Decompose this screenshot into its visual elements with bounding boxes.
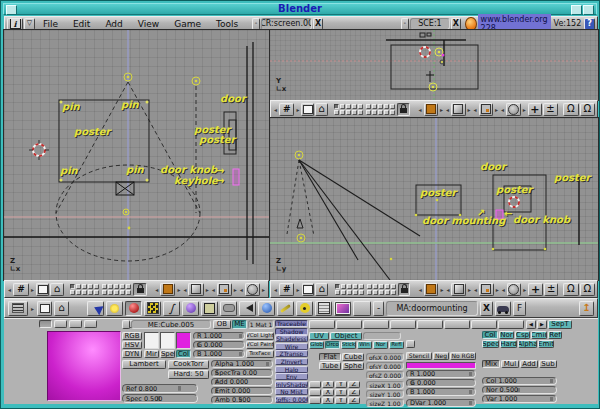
rotate-view-button[interactable]: Ω xyxy=(563,283,578,296)
spec-slider[interactable]: Spec 0.500 xyxy=(122,394,198,403)
axis-blank[interactable] xyxy=(309,397,321,404)
scene-wireframe-side[interactable] xyxy=(270,118,598,280)
material-browse-button[interactable]: - xyxy=(373,301,384,316)
texface-toggle[interactable]: TexFace xyxy=(246,350,274,358)
maximize-button[interactable] xyxy=(571,5,582,15)
menu-file[interactable]: File xyxy=(36,19,65,29)
r-slider[interactable]: R 1.000 xyxy=(193,332,245,340)
manipulator-menu[interactable] xyxy=(507,283,522,296)
layer-buttons[interactable] xyxy=(334,104,363,115)
paint-buttons-tab[interactable] xyxy=(277,301,294,316)
window-type-button[interactable]: i xyxy=(7,18,23,30)
texture-small-toggle[interactable] xyxy=(406,340,415,348)
material-name-field[interactable]: MA:doormounting xyxy=(386,301,478,316)
spectra-slider[interactable]: SpecTra 0.00 xyxy=(211,369,273,377)
uv-toggle[interactable]: UV xyxy=(309,332,329,340)
material-delete-button[interactable]: X xyxy=(480,301,493,316)
object-name-field[interactable] xyxy=(363,332,401,340)
mapto-cmir-toggle[interactable]: Cmir xyxy=(531,331,547,339)
shadow-toggle[interactable]: Shadow xyxy=(275,328,308,335)
scene-buttons-tab[interactable] xyxy=(258,301,275,316)
manipulator-menu[interactable] xyxy=(506,103,521,116)
mapto-spec-toggle[interactable]: Spec xyxy=(482,340,499,348)
help-button[interactable]: ? xyxy=(584,18,595,30)
ofsy-field[interactable]: ofsY 0.000 xyxy=(366,362,404,370)
mapto-alpha-toggle[interactable]: Alpha xyxy=(518,340,537,348)
mapto-norfac-slider[interactable]: Nor 0.500 xyxy=(482,386,557,394)
draw-type-menu[interactable] xyxy=(451,103,466,116)
onlyshadow-toggle[interactable]: OnlyShadow xyxy=(275,381,308,388)
layer-buttons[interactable] xyxy=(366,104,395,115)
axis-blank[interactable] xyxy=(309,389,321,396)
sizex-field[interactable]: sizeX 1.00 xyxy=(366,381,404,389)
lamp-buttons-tab[interactable] xyxy=(106,301,123,316)
view-menu-button[interactable]: # xyxy=(279,283,294,296)
wire-toggle[interactable]: Wire xyxy=(275,343,308,350)
flat-proj-button[interactable]: Flat xyxy=(319,353,341,361)
cube-proj-button[interactable]: Cube xyxy=(342,353,364,361)
texture-slot[interactable] xyxy=(471,320,497,329)
world-buttons-tab[interactable] xyxy=(182,301,199,316)
amb-slider[interactable]: Amb 0.500 xyxy=(211,396,273,404)
g-slider[interactable]: G 0.000 xyxy=(193,341,245,349)
axis-z-toggle[interactable]: Z xyxy=(348,397,360,404)
sizey-field[interactable]: sizeY 1.00 xyxy=(366,390,404,398)
texture-slot[interactable] xyxy=(417,320,443,329)
screen-delete-button[interactable]: X xyxy=(313,18,323,30)
pivot-menu[interactable] xyxy=(217,283,232,296)
halo-toggle[interactable]: Halo xyxy=(275,366,308,373)
fullscreen-button[interactable] xyxy=(301,103,314,116)
fullscreen-button[interactable] xyxy=(36,283,49,296)
sound-buttons-tab[interactable] xyxy=(239,301,256,316)
axis-z-toggle[interactable]: Z xyxy=(348,389,360,396)
mapto-g-slider[interactable]: G 0.000 xyxy=(406,379,476,387)
preview-flat-button[interactable] xyxy=(39,320,52,328)
nor-toggle[interactable]: Nor xyxy=(373,341,388,349)
mapto-csp-toggle[interactable]: Csp xyxy=(515,331,530,339)
menu-game[interactable]: Game xyxy=(167,19,208,29)
view-menu-button[interactable]: # xyxy=(279,103,294,116)
blend-mix-button[interactable]: Mix xyxy=(482,360,500,368)
vcol-light-toggle[interactable]: VCol Light xyxy=(246,332,274,340)
hsv-mode-button[interactable]: HSV xyxy=(122,341,142,349)
fullscreen-button[interactable] xyxy=(37,301,52,316)
layer-lock-button[interactable] xyxy=(398,283,411,296)
home-button[interactable]: ⌂ xyxy=(315,103,328,116)
zoom-view-button[interactable]: ± xyxy=(544,283,559,296)
mesh-name-field[interactable]: ME:Cube.005 xyxy=(131,320,211,329)
scene-wireframe-front[interactable] xyxy=(4,30,269,280)
screen-name-field[interactable]: SCR:screen.001 xyxy=(261,18,312,30)
texture-slot[interactable] xyxy=(444,320,470,329)
mapto-hard-toggle[interactable]: Hard xyxy=(500,340,517,348)
viewport-top[interactable]: Y∟x xyxy=(270,30,598,100)
edit-buttons-tab[interactable] xyxy=(201,301,218,316)
mirror-swatch[interactable] xyxy=(176,332,191,349)
view-menu-button[interactable]: # xyxy=(13,283,29,296)
axis-x-toggle[interactable]: X xyxy=(322,381,334,388)
translate-view-button[interactable]: + xyxy=(528,283,543,296)
layer-buttons[interactable] xyxy=(102,284,131,295)
traceable-toggle[interactable]: Traceable xyxy=(275,320,308,327)
axis-y-toggle[interactable]: Y xyxy=(335,381,347,388)
pivot-menu[interactable] xyxy=(479,283,494,296)
hardness-field[interactable]: Hard: 50 xyxy=(168,370,209,379)
blend-mul-button[interactable]: Mul xyxy=(501,360,519,368)
axis-z-toggle[interactable]: Z xyxy=(348,381,360,388)
translate-view-button[interactable]: + xyxy=(528,103,543,116)
mapto-colfac-slider[interactable]: Col 1.000 xyxy=(482,377,557,385)
alpha-slider[interactable]: Alpha 1.000 xyxy=(211,360,273,368)
mapto-b-slider[interactable]: B 1.000 xyxy=(406,388,476,396)
spe-toggle[interactable]: Spe xyxy=(160,350,175,358)
scene-delete-button[interactable]: X xyxy=(451,18,461,30)
mapto-varfac-slider[interactable]: Var 1.000 xyxy=(482,395,557,403)
glob-toggle[interactable]: Glob xyxy=(309,341,324,349)
rotate-view-button[interactable]: Ω xyxy=(563,103,578,116)
fake-user-button[interactable]: F xyxy=(513,301,526,316)
manipulator-menu[interactable] xyxy=(245,283,260,296)
image-buttons-tab[interactable] xyxy=(334,301,351,316)
sept-button[interactable]: SepT xyxy=(548,320,572,329)
shade-button[interactable] xyxy=(583,5,594,15)
sphe-proj-button[interactable]: Sphe xyxy=(342,362,364,370)
norgb-toggle[interactable]: No RGB xyxy=(450,352,476,360)
texture-slot[interactable] xyxy=(309,320,335,329)
